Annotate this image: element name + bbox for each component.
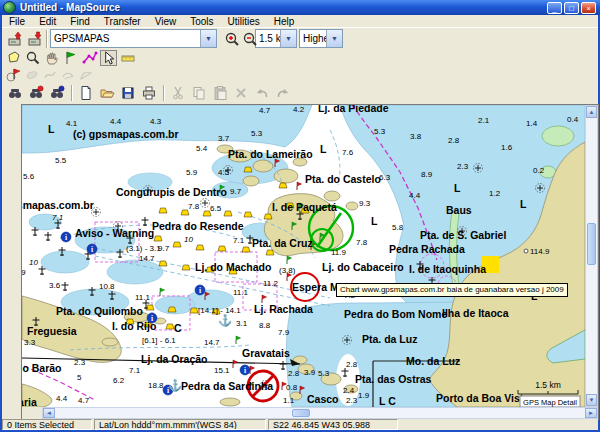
menu-item-transfer[interactable]: Transfer	[97, 16, 148, 27]
selection-tool[interactable]	[100, 50, 117, 66]
chevron-down-icon[interactable]: ▼	[326, 30, 342, 47]
vertical-scroll-thumb[interactable]	[587, 223, 596, 265]
map-area-tool[interactable]	[5, 50, 22, 66]
yellow-buoy-symbol	[218, 246, 226, 251]
depth-sounding: 8.8	[259, 321, 271, 330]
yellow-buoy-symbol	[182, 265, 190, 270]
print-button[interactable]	[140, 84, 158, 102]
paste-icon	[212, 85, 228, 101]
gray1-icon	[24, 67, 40, 83]
islet	[243, 176, 259, 186]
map-label: Ilha de Itaoca	[442, 307, 509, 319]
new-button[interactable]	[77, 84, 95, 102]
depth-sounding: 15.1	[214, 366, 230, 375]
zoom-scale-combobox[interactable]: 1.5 km ▼	[255, 29, 297, 48]
redo-icon	[275, 85, 291, 101]
yellow-buoy-symbol	[173, 242, 181, 247]
horizontal-scrollbar[interactable]: ◄ ►	[42, 407, 598, 419]
horizontal-scroll-thumb[interactable]	[292, 409, 310, 417]
gray2-icon	[42, 67, 58, 83]
find-recent-button[interactable]	[48, 84, 66, 102]
map-label: Olaria	[22, 396, 37, 407]
menu-item-help[interactable]: Help	[267, 16, 302, 27]
gray4-icon	[78, 67, 94, 83]
maximize-button[interactable]: □	[564, 2, 579, 14]
minimize-button[interactable]: _	[547, 2, 562, 14]
receive-from-device-button[interactable]	[26, 30, 44, 48]
menu-item-tools[interactable]: Tools	[183, 16, 220, 27]
menu-item-find[interactable]: Find	[63, 16, 96, 27]
depth-sounding: 10.8	[99, 282, 115, 291]
copy-icon	[191, 85, 207, 101]
scroll-left-icon[interactable]: ◄	[43, 408, 55, 418]
gray3-icon	[60, 67, 76, 83]
yellow-buoy-symbol	[244, 167, 252, 172]
yellow-buoy-symbol	[264, 214, 272, 219]
zoom-out-button[interactable]	[241, 30, 259, 48]
map-canvas[interactable]: iiiiii⚓⚓114.94.14.44.33.75.34.74.25.45.5…	[22, 105, 585, 407]
islet	[102, 338, 118, 346]
find-nearest-button[interactable]	[27, 84, 45, 102]
waypoint-tool[interactable]	[62, 50, 79, 66]
depth-sounding: 9.7	[230, 187, 242, 196]
menu-item-utilities[interactable]: Utilities	[221, 16, 267, 27]
map-label: Lj. da Oração	[141, 353, 208, 365]
send-to-device-button[interactable]	[6, 30, 24, 48]
map-label: Pta. da Luz	[362, 333, 417, 345]
map-label: L	[371, 215, 378, 227]
route-tool[interactable]	[81, 50, 98, 66]
geocache-tool[interactable]	[5, 67, 22, 83]
title-bar[interactable]: Untitled - MapSource _ □ ×	[0, 0, 600, 15]
depth-sounding: 5.5	[55, 156, 67, 165]
scroll-down-icon[interactable]: ▼	[586, 394, 597, 406]
chevron-down-icon[interactable]: ▼	[280, 30, 296, 47]
depth-sounding: 3.3	[24, 338, 36, 347]
menu-item-file[interactable]: File	[2, 16, 32, 27]
find-button[interactable]	[6, 84, 24, 102]
map-label: Pta. das Ostras	[355, 373, 432, 385]
main-toolbar: GPSMAPAS ▼ 1.5 km ▼ Highest ▼	[2, 27, 598, 50]
depth-sounding: 10	[184, 235, 193, 244]
map-label: L C	[379, 395, 396, 407]
map-label: Pta. da Cruz	[252, 237, 313, 249]
depth-sounding: 2.3	[346, 396, 358, 405]
scroll-right-icon[interactable]: ►	[585, 408, 597, 418]
depth-sounding: 3.1	[236, 319, 248, 328]
zoom-tool[interactable]	[24, 50, 41, 66]
map-label: Congurupis de Dentro	[116, 186, 227, 198]
status-bar: 0 Items Selected Lat/Lon hddd°mm.mmm'(WG…	[2, 419, 598, 430]
tools-toolbar	[2, 49, 598, 67]
map-label: Gravatais	[242, 347, 290, 359]
close-button[interactable]: ×	[581, 2, 596, 14]
map-label: Lj. da Piedade	[318, 105, 389, 114]
menu-item-edit[interactable]: Edit	[32, 16, 63, 27]
map-label: Lj. do Cabaceiro	[322, 261, 404, 273]
undo-button	[253, 84, 271, 102]
depth-sounding: 2.3	[457, 162, 469, 171]
chevron-down-icon[interactable]: ▼	[200, 30, 216, 47]
measure-tool[interactable]	[119, 50, 136, 66]
save-button[interactable]	[119, 84, 137, 102]
scroll-up-icon[interactable]: ▲	[586, 106, 597, 118]
map-label: do Barão	[22, 362, 62, 374]
depth-sounding: 7.6	[342, 148, 354, 157]
depth-sounding: 6.2	[113, 376, 125, 385]
product-combobox[interactable]: GPSMAPAS ▼	[50, 29, 217, 48]
depth-sounding: 11.1	[135, 293, 151, 302]
detail-combobox[interactable]: Highest ▼	[299, 29, 343, 48]
pan-tool[interactable]	[43, 50, 60, 66]
depth-sounding: 2.8	[288, 369, 300, 378]
scale-label: 1.5 km	[535, 380, 561, 390]
toolbar-separator	[46, 30, 47, 48]
depth-sounding: [6.1] - 6.1	[142, 336, 176, 345]
open-button[interactable]	[98, 84, 116, 102]
menu-item-view[interactable]: View	[148, 16, 184, 27]
newdoc-icon	[78, 85, 94, 101]
yellow-buoy-symbol	[190, 308, 198, 313]
zoom-scale-value: 1.5 km	[256, 33, 280, 44]
vertical-scrollbar[interactable]: ▲ ▼	[585, 105, 598, 407]
yellow-buoy-symbol	[159, 261, 167, 266]
zoom-in-button[interactable]	[223, 30, 241, 48]
islet	[346, 202, 358, 210]
depth-sounding: 5.3	[318, 369, 330, 378]
